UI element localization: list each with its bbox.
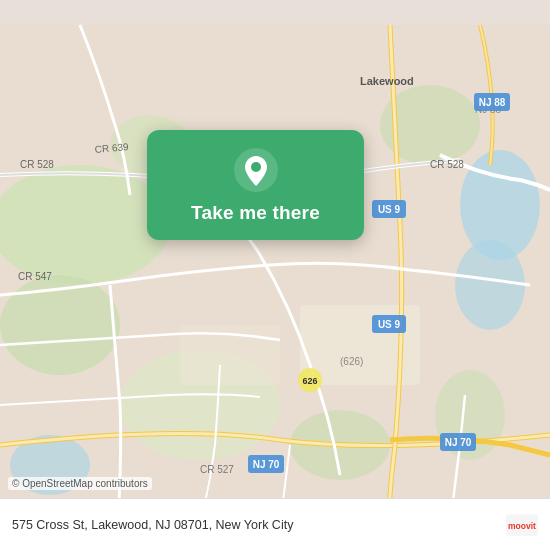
take-me-there-card[interactable]: Take me there (147, 130, 364, 240)
location-pin-icon (234, 148, 278, 192)
svg-text:NJ 88: NJ 88 (479, 97, 506, 108)
map-container: CR 639 CR 528 CR 528 CR 547 (626) (626) … (0, 0, 550, 550)
svg-point-6 (455, 240, 525, 330)
bottom-bar: 575 Cross St, Lakewood, NJ 08701, New Yo… (0, 498, 550, 550)
svg-text:Lakewood: Lakewood (360, 75, 414, 87)
moovit-logo: moovit (506, 509, 538, 541)
svg-text:CR 528: CR 528 (430, 159, 464, 170)
svg-point-37 (251, 162, 261, 172)
take-me-there-label: Take me there (191, 202, 320, 224)
svg-text:NJ 70: NJ 70 (445, 437, 472, 448)
svg-text:US 9: US 9 (378, 204, 401, 215)
svg-text:CR 527: CR 527 (200, 464, 234, 475)
svg-text:CR 528: CR 528 (20, 159, 54, 170)
svg-text:NJ 70: NJ 70 (253, 459, 280, 470)
moovit-icon: moovit (506, 509, 538, 541)
svg-text:626: 626 (302, 376, 317, 386)
svg-text:(626): (626) (340, 356, 363, 367)
address-text: 575 Cross St, Lakewood, NJ 08701, New Yo… (12, 518, 506, 532)
map-background: CR 639 CR 528 CR 528 CR 547 (626) (626) … (0, 0, 550, 550)
osm-credit: © OpenStreetMap contributors (8, 477, 152, 490)
svg-text:moovit: moovit (508, 520, 536, 530)
svg-text:CR 547: CR 547 (18, 271, 52, 282)
svg-text:US 9: US 9 (378, 319, 401, 330)
